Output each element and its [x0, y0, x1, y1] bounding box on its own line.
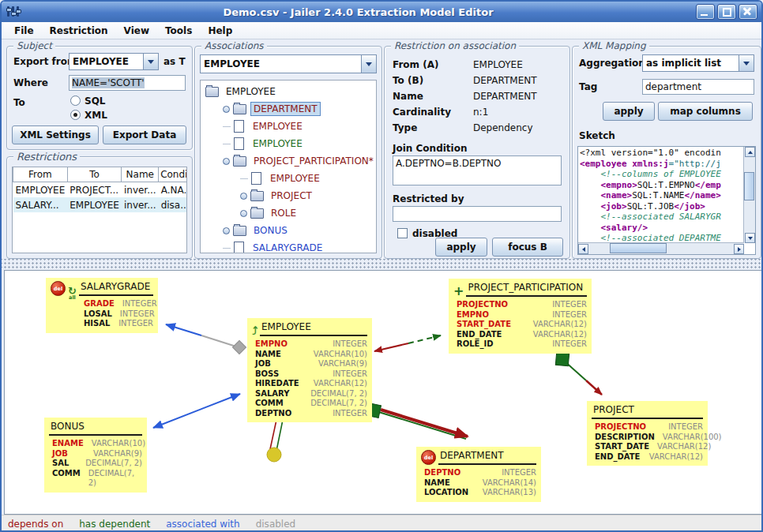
expand-handle-icon[interactable] [223, 158, 230, 165]
radio-sql[interactable]: SQL [70, 96, 106, 107]
checkbox-icon [397, 228, 408, 238]
entity-column: SALARYDECIMAL(7, 2) [255, 389, 367, 399]
menu-help[interactable]: Help [200, 24, 240, 38]
restriction-field-row: TypeDependency [385, 122, 569, 138]
associations-tree[interactable]: EMPLOYEEDEPARTMENTEMPLOYEEEMPLOYEEPROJEC… [200, 80, 377, 253]
where-value: NAME='SCOTT' [72, 77, 145, 88]
expand-handle-icon[interactable] [240, 193, 247, 200]
export-data-button[interactable]: Export Data [103, 126, 186, 144]
export-from-combo[interactable]: EMPLOYEE [69, 53, 159, 70]
map-columns-button[interactable]: map columns [658, 102, 753, 121]
legend-bar: depends onhas dependentassociated withdi… [2, 515, 763, 532]
tree-node-salarygrade[interactable]: SALARYGRADE [201, 239, 376, 253]
entity-column: EMPNOINTEGER [457, 310, 587, 320]
expand-handle-icon[interactable] [223, 106, 230, 113]
sketch-vscrollbar[interactable] [743, 147, 755, 243]
chevron-down-icon[interactable] [739, 55, 754, 71]
tree-node-label: EMPLOYEE [223, 84, 279, 99]
expand-handle-icon[interactable] [223, 227, 230, 234]
tree-node-employee[interactable]: EMPLOYEE [201, 83, 376, 100]
tree-node-label: EMPLOYEE [250, 137, 306, 151]
tree-node-bonus[interactable]: BONUS [201, 222, 376, 239]
close-button[interactable] [739, 4, 757, 20]
sketch-hscrollbar[interactable] [578, 242, 744, 254]
model-graph-canvas[interactable]: del↻allSALARYGRADEGRADEINTEGERLOSALINTEG… [4, 270, 762, 515]
tree-node-department[interactable]: DEPARTMENT [201, 100, 376, 118]
folder-icon [233, 156, 246, 167]
tag-label: Tag [579, 81, 597, 92]
entity-project-participation[interactable]: +PROJECT_PARTICIPATIONPROJECTNOINTEGEREM… [449, 279, 592, 354]
restrictions-col-header[interactable]: To [67, 167, 122, 182]
sketch-area[interactable]: <?xml version="1.0" encodin<employee xml… [577, 146, 756, 255]
subject-panel: Subject Export from EMPLOYEE as T Where … [6, 46, 193, 150]
radio-xml-icon [70, 110, 81, 120]
leaf-icon [234, 120, 244, 133]
xml-apply-button[interactable]: apply [603, 102, 655, 121]
chevron-down-icon[interactable] [361, 55, 376, 73]
folder-icon [233, 104, 246, 114]
entity-project[interactable]: PROJECTPROJECTNOINTEGERDESCRIPTIONVARCHA… [587, 401, 708, 466]
restricted-by-input[interactable] [393, 206, 562, 222]
entity-employee[interactable]: ⤴EMPLOYEEEMPNOINTEGERNAMEVARCHAR(10)JOBV… [247, 318, 372, 422]
connection-employee-salarygrade-disabled[interactable] [166, 324, 246, 354]
scroll-down-icon[interactable] [745, 233, 755, 243]
restrictions-col-header[interactable]: Condi... [159, 167, 187, 182]
menu-restriction[interactable]: Restriction [42, 24, 116, 38]
chevron-down-icon[interactable] [143, 54, 158, 69]
menu-file[interactable]: File [6, 24, 42, 38]
minimize-button[interactable] [696, 4, 715, 20]
restrictions-title: Restrictions [13, 151, 80, 163]
apply-button[interactable]: apply [435, 238, 487, 257]
tree-node-role[interactable]: ROLE [201, 204, 376, 222]
tree-node-label: SALARYGRADE [250, 241, 325, 253]
focus-b-button[interactable]: focus B [492, 238, 563, 257]
expand-handle-icon[interactable] [240, 210, 247, 217]
connection-employee-department[interactable] [366, 403, 468, 439]
vscroll-thumb[interactable] [744, 172, 754, 200]
restrictions-panel: Restrictions FromToNameCondi...EMPLOYEEP… [6, 156, 193, 259]
associations-combo[interactable]: EMPLOYEE [200, 54, 377, 73]
xml-settings-button[interactable]: XML Settings [12, 126, 99, 144]
entity-column: JOBVARCHAR(9) [255, 359, 367, 369]
folder-icon [250, 191, 264, 201]
radio-sql-icon [70, 96, 81, 106]
aggregation-combo[interactable]: as implicit list [642, 54, 754, 72]
tree-node-project[interactable]: PROJECT [201, 187, 376, 204]
connection-project-participation-project[interactable] [555, 352, 602, 395]
scroll-right-icon[interactable] [734, 244, 744, 254]
where-input[interactable]: NAME='SCOTT' [69, 75, 186, 91]
join-condition-input[interactable]: A.DEPTNO=B.DEPTNO [393, 155, 562, 185]
tree-node-employee[interactable]: EMPLOYEE [201, 118, 376, 135]
entity-bonus[interactable]: BONUSENAMEVARCHAR(10)JOBVARCHAR(9)SALDEC… [44, 418, 147, 493]
menu-view[interactable]: View [116, 24, 157, 38]
restriction-row[interactable]: SALARY...EMPLOYEEinver...disa... [13, 197, 188, 212]
entity-title: EMPLOYEE [260, 321, 367, 336]
connection-employee-self[interactable] [267, 420, 283, 462]
restrictions-col-header[interactable]: Name [122, 167, 159, 182]
hscroll-thumb[interactable] [610, 243, 667, 253]
maximize-button[interactable] [717, 4, 736, 20]
tree-node-employee[interactable]: EMPLOYEE [201, 170, 376, 187]
app-window: Demo.csv - Jailer 2.4.0 Extraction Model… [0, 0, 763, 532]
tag-input[interactable]: department [642, 79, 754, 95]
connection-employee-project-participation[interactable] [374, 335, 441, 351]
folder-icon [205, 87, 219, 97]
scroll-up-icon[interactable] [745, 147, 755, 157]
connection-bonus-employee[interactable] [153, 394, 240, 428]
splitter-handle[interactable] [2, 259, 763, 270]
entity-column: LOSALINTEGER [84, 309, 153, 320]
restriction-field-row: From (A)EMPLOYEE [385, 59, 569, 75]
restriction-row[interactable]: EMPLOYEEPROJECT...inver...A.NA... [13, 182, 188, 198]
entity-salarygrade[interactable]: del↻allSALARYGRADEGRADEINTEGERLOSALINTEG… [46, 278, 158, 333]
restrictions-table[interactable]: FromToNameCondi...EMPLOYEEPROJECT...inve… [12, 167, 187, 253]
entity-column: ROLE_IDINTEGER [457, 339, 587, 350]
radio-xml[interactable]: XML [70, 110, 107, 121]
tree-node-project-participation-[interactable]: PROJECT_PARTICIPATION* [201, 152, 376, 170]
entity-department[interactable]: delDEPARTMENTDEPTNOINTEGERNAMEVARCHAR(14… [416, 447, 541, 502]
restrictions-col-header[interactable]: From [13, 167, 68, 182]
menu-tools[interactable]: Tools [157, 24, 200, 38]
tree-node-label: DEPARTMENT [250, 102, 321, 116]
tag-value: department [645, 81, 701, 92]
scroll-left-icon[interactable] [578, 244, 588, 254]
tree-node-employee[interactable]: EMPLOYEE [201, 135, 376, 152]
